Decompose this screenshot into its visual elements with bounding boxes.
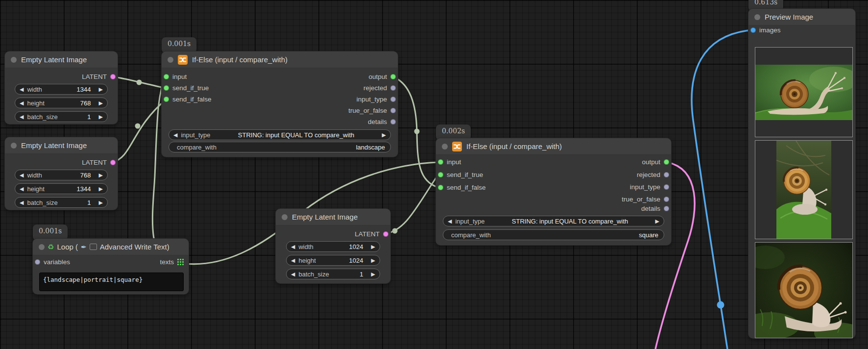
combo-prev-icon[interactable]: ◀ — [173, 132, 177, 138]
output-port-rejected[interactable]: rejected — [637, 170, 669, 180]
input-slot-icon[interactable] — [438, 185, 443, 190]
input-port-images[interactable]: images — [750, 25, 781, 35]
node-title-bar[interactable]: If-Else (input / compare_with) — [162, 51, 398, 68]
input-port-input[interactable]: input — [164, 72, 187, 82]
wire-dot[interactable] — [135, 124, 141, 129]
output-port-true-or-false[interactable]: true_or_false — [622, 194, 669, 204]
variables-slot-icon[interactable] — [35, 259, 40, 265]
output-port-latent[interactable]: LATENT — [355, 229, 388, 239]
output-slot-icon[interactable] — [664, 184, 669, 190]
increment-icon[interactable]: ▶ — [99, 200, 103, 205]
input-port-input[interactable]: input — [438, 157, 461, 167]
output-slot-icon[interactable] — [664, 197, 669, 202]
increment-icon[interactable]: ▶ — [99, 114, 103, 120]
input-port-send-if-false[interactable]: send_if_false — [164, 94, 212, 104]
height-widget[interactable]: ◀ height 768 ▶ — [15, 98, 108, 108]
decrement-icon[interactable]: ◀ — [20, 200, 24, 205]
output-slot-icon[interactable] — [664, 159, 669, 165]
decrement-icon[interactable]: ◀ — [20, 186, 24, 192]
increment-icon[interactable]: ▶ — [99, 173, 103, 178]
height-widget[interactable]: ◀ height 1344 ▶ — [15, 183, 108, 194]
output-port-details[interactable]: details — [641, 203, 669, 214]
collapse-dot[interactable] — [754, 14, 760, 20]
images-slot-icon[interactable] — [750, 27, 756, 33]
node-title-bar[interactable]: Empty Latent Image — [5, 51, 118, 68]
increment-icon[interactable]: ▶ — [371, 272, 375, 277]
collapse-dot[interactable] — [442, 144, 448, 150]
node-loop-advanced-write-text[interactable]: ♻ Loop ( ✒ Advanced Write Text) variable… — [33, 239, 189, 294]
preview-thumbnail-portrait[interactable] — [755, 140, 853, 239]
preview-thumbnail-square[interactable] — [755, 242, 853, 338]
output-slot-icon[interactable] — [390, 108, 396, 113]
input-type-combo[interactable]: ◀ input_type STRING: input EQUAL TO comp… — [443, 216, 664, 226]
output-slot-icon[interactable] — [390, 85, 396, 91]
output-port-rejected[interactable]: rejected — [363, 83, 396, 93]
compare-with-field[interactable]: compare_with square — [443, 229, 664, 240]
increment-icon[interactable]: ▶ — [371, 244, 375, 249]
increment-icon[interactable]: ▶ — [99, 186, 103, 192]
batch-size-widget[interactable]: ◀ batch_size 1 ▶ — [15, 111, 108, 122]
increment-icon[interactable]: ▶ — [371, 258, 375, 263]
latent-slot-icon[interactable] — [110, 160, 116, 165]
input-slot-icon[interactable] — [164, 85, 169, 91]
wire-dot[interactable] — [414, 129, 420, 134]
node-graph-canvas[interactable]: 0.001s 0.001s 0.002s 0.613s Empty Latent… — [0, 0, 868, 349]
node-if-else-2[interactable]: If-Else (input / compare_with) input sen… — [436, 138, 671, 245]
input-port-send-if-true[interactable]: send_if_true — [164, 83, 209, 93]
output-port-input-type[interactable]: input_type — [357, 94, 396, 104]
decrement-icon[interactable]: ◀ — [20, 173, 24, 178]
output-port-latent[interactable]: LATENT — [82, 157, 116, 168]
node-empty-latent-image-1[interactable]: Empty Latent Image LATENT ◀ width 1344 ▶… — [5, 51, 118, 124]
node-empty-latent-image-3[interactable]: Empty Latent Image LATENT ◀ width 1024 ▶… — [276, 209, 390, 283]
wire-dot[interactable] — [137, 80, 142, 85]
input-port-send-if-true[interactable]: send_if_true — [438, 170, 483, 180]
collapse-dot[interactable] — [168, 57, 173, 63]
batch-size-widget[interactable]: ◀ batch_size 1 ▶ — [15, 197, 108, 208]
decrement-icon[interactable]: ◀ — [291, 244, 295, 249]
input-slot-icon[interactable] — [164, 97, 169, 102]
increment-icon[interactable]: ▶ — [99, 100, 103, 106]
decrement-icon[interactable]: ◀ — [20, 100, 24, 106]
input-slot-icon[interactable] — [164, 74, 169, 79]
input-slot-icon[interactable] — [438, 159, 443, 165]
input-type-combo[interactable]: ◀ input_type STRING: input EQUAL TO comp… — [169, 129, 391, 140]
wire-dot-blue[interactable] — [717, 301, 724, 309]
output-slot-icon[interactable] — [390, 119, 396, 125]
combo-prev-icon[interactable]: ◀ — [448, 219, 452, 224]
node-preview-image[interactable]: Preview Image images — [748, 9, 855, 338]
width-widget[interactable]: ◀ width 768 ▶ — [15, 170, 108, 180]
decrement-icon[interactable]: ◀ — [291, 272, 295, 277]
grid-icon[interactable] — [177, 259, 184, 265]
input-port-send-if-false[interactable]: send_if_false — [438, 182, 486, 193]
output-port-output[interactable]: output — [642, 157, 669, 167]
node-title-bar[interactable]: ♻ Loop ( ✒ Advanced Write Text) — [33, 239, 189, 255]
preview-thumbnail-landscape[interactable] — [755, 47, 853, 137]
output-port-true-or-false[interactable]: true_or_false — [348, 105, 396, 116]
node-title-bar[interactable]: Empty Latent Image — [5, 137, 118, 154]
decrement-icon[interactable]: ◀ — [20, 87, 24, 92]
latent-slot-icon[interactable] — [110, 74, 116, 79]
combo-next-icon[interactable]: ▶ — [655, 219, 659, 224]
decrement-icon[interactable]: ◀ — [291, 258, 295, 263]
combo-next-icon[interactable]: ▶ — [382, 132, 386, 138]
collapse-dot[interactable] — [11, 57, 17, 63]
node-title-bar[interactable]: If-Else (input / compare_with) — [436, 138, 671, 155]
collapse-dot[interactable] — [39, 244, 45, 250]
height-widget[interactable]: ◀ height 1024 ▶ — [286, 255, 380, 266]
width-widget[interactable]: ◀ width 1344 ▶ — [15, 84, 108, 95]
text-input[interactable]: {landscape|portrait|square} — [39, 273, 184, 291]
collapse-dot[interactable] — [282, 214, 288, 220]
latent-slot-icon[interactable] — [383, 231, 388, 237]
input-slot-icon[interactable] — [438, 172, 443, 177]
output-port-input-type[interactable]: input_type — [630, 182, 669, 192]
node-title-bar[interactable]: Preview Image — [748, 9, 855, 25]
width-widget[interactable]: ◀ width 1024 ▶ — [286, 241, 380, 252]
collapse-dot[interactable] — [11, 143, 17, 149]
output-port-details[interactable]: details — [368, 117, 396, 127]
increment-icon[interactable]: ▶ — [99, 87, 103, 92]
output-slot-icon[interactable] — [664, 172, 669, 177]
output-port-latent[interactable]: LATENT — [82, 72, 116, 82]
output-port-output[interactable]: output — [368, 72, 396, 82]
node-title-bar[interactable]: Empty Latent Image — [276, 209, 390, 225]
decrement-icon[interactable]: ◀ — [20, 114, 24, 120]
